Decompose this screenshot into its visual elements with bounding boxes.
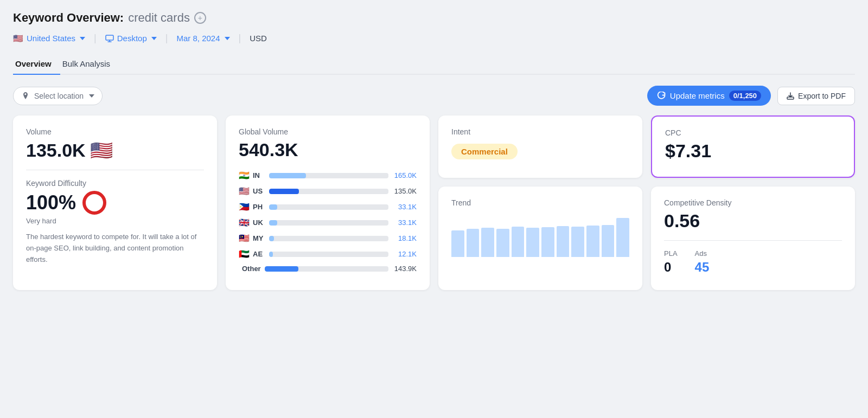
currency-label: USD [250,34,267,43]
page-header: Keyword Overview: credit cards + [13,11,855,25]
volume-divider [26,170,204,170]
tab-bulk-analysis[interactable]: Bulk Analysis [60,55,119,75]
competitive-density-card: Competitive Density 0.56 PLA 0 Ads 45 [651,187,855,290]
trend-card: Trend [438,187,642,290]
country-bar-fill [269,252,273,257]
pla-ads-row: PLA 0 Ads 45 [664,249,842,275]
trend-bar [451,230,464,258]
svg-rect-0 [106,35,113,40]
country-code: AE [253,250,266,258]
country-flag: 🇬🇧 [239,217,250,228]
device-filter[interactable]: Desktop [105,34,157,43]
ads-item: Ads 45 [695,249,710,275]
pla-value: 0 [664,260,678,275]
cpc-card: CPC $7.31 [651,115,855,178]
trend-bar [541,227,554,257]
kd-sublabel: Very hard [26,217,204,225]
trend-bar [602,225,615,257]
select-location-label: Select location [34,92,84,100]
update-metrics-button[interactable]: Update metrics 0/1,250 [647,86,771,106]
country-code: IN [253,171,266,179]
country-row: 🇬🇧 UK 33.1K [239,217,417,228]
page-title-keyword: Keyword Overview: [13,11,124,25]
location-label: United States [27,34,75,43]
tabs-row: Overview Bulk Analysis [13,55,855,75]
kd-value: 100% [26,191,204,215]
global-volume-value: 540.3K [239,139,417,160]
trend-bar [496,229,509,257]
country-value: 135.0K [392,187,417,195]
other-bar-bg [265,266,388,272]
kd-description: The hardest keyword to compete for. It w… [26,231,204,265]
country-row: 🇺🇸 US 135.0K [239,186,417,196]
intent-label: Intent [451,127,629,136]
export-icon [787,92,794,100]
location-filter[interactable]: 🇺🇸 United States [13,34,85,43]
date-filter[interactable]: Mar 8, 2024 [176,34,229,43]
location-pin-icon [21,92,30,100]
country-bar-bg [269,204,388,210]
kd-label: Keyword Difficulty [26,179,204,188]
trend-bar [586,226,599,257]
trend-chart [451,214,629,257]
country-bar-bg [269,189,388,194]
trend-bar [481,228,494,257]
location-chevron-icon [80,37,85,40]
country-row: 🇲🇾 MY 18.1K [239,233,417,243]
export-pdf-button[interactable]: Export to PDF [777,87,855,105]
intent-card: Intent Commercial [438,115,642,178]
trend-bar [571,227,584,257]
svg-rect-1 [787,97,794,99]
country-bar-fill [269,204,277,210]
trend-bar [467,229,480,257]
country-value: 12.1K [392,250,417,258]
country-rows-container: 🇮🇳 IN 165.0K 🇺🇸 US 135.0K 🇵🇭 PH 33.1K 🇬🇧… [239,170,417,259]
country-code: MY [253,234,266,242]
update-metrics-badge: 0/1,250 [729,91,761,101]
us-flag: 🇺🇸 [13,34,23,43]
cards-grid: Volume 135.0K 🇺🇸 Keyword Difficulty 100%… [13,115,855,290]
country-value: 33.1K [392,203,417,211]
date-label: Mar 8, 2024 [176,34,220,43]
trend-bar [512,227,525,257]
kd-ring [82,191,106,215]
trend-bar [557,226,570,257]
pla-item: PLA 0 [664,249,678,275]
other-bar-fill [265,266,298,272]
cpc-value: $7.31 [665,140,841,162]
competitive-density-value: 0.56 [664,210,842,231]
country-code: PH [253,203,266,211]
update-metrics-label: Update metrics [670,91,725,100]
trend-bar [616,218,629,257]
tab-overview[interactable]: Overview [13,55,60,75]
country-bar-bg [269,252,388,257]
country-value: 18.1K [392,234,417,242]
global-volume-label: Global Volume [239,127,417,136]
country-bar-fill [269,189,299,194]
trend-label: Trend [451,198,629,207]
select-location-button[interactable]: Select location [13,87,103,105]
device-chevron-icon [151,37,157,40]
us-flag-volume: 🇺🇸 [90,139,113,161]
filter-sep-3: | [239,33,241,44]
cpc-label: CPC [665,128,841,137]
refresh-icon [657,92,666,100]
filter-sep-1: | [94,33,97,44]
country-flag: 🇺🇸 [239,186,250,196]
competitive-divider [664,240,842,241]
intent-badge: Commercial [451,144,518,159]
country-flag: 🇵🇭 [239,202,250,212]
date-chevron-icon [225,37,230,40]
add-keyword-icon[interactable]: + [194,12,206,24]
select-location-chevron-icon [89,94,94,98]
filter-sep-2: | [165,33,168,44]
global-volume-card: Global Volume 540.3K 🇮🇳 IN 165.0K 🇺🇸 US … [226,115,430,290]
filters-row: 🇺🇸 United States | Desktop | Mar 8, 2024… [13,33,855,44]
toolbar-right: Update metrics 0/1,250 Export to PDF [647,86,855,106]
country-row: 🇮🇳 IN 165.0K [239,170,417,181]
country-bar-bg [269,173,388,178]
ads-label: Ads [695,249,710,258]
ads-value: 45 [695,260,710,275]
country-bar-fill [269,236,274,241]
export-label: Export to PDF [798,92,846,100]
